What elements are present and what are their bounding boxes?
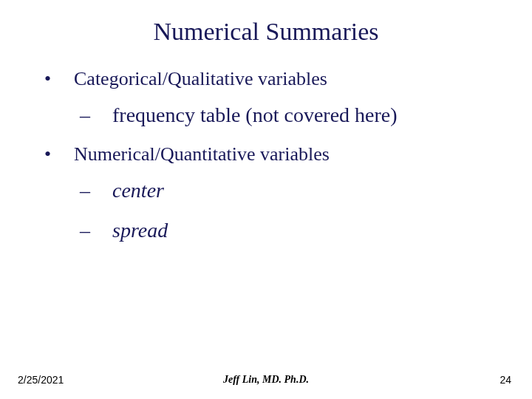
bullet-text: Numerical/Quantitative variables	[74, 143, 330, 166]
sub-text: center	[112, 179, 164, 202]
sub-text: frequency table (not covered here)	[112, 103, 398, 127]
bullet-text: Categorical/Qualitative variables	[74, 68, 327, 90]
dash-icon: –	[80, 179, 112, 202]
slide-content: • Categorical/Qualitative variables – fr…	[0, 46, 532, 242]
sub-item: – frequency table (not covered here)	[44, 103, 532, 127]
sub-text: spread	[112, 219, 168, 242]
sub-item: – spread	[44, 219, 532, 242]
dash-icon: –	[80, 103, 112, 127]
sub-item: – center	[44, 179, 532, 202]
bullet-item: • Numerical/Quantitative variables	[44, 143, 532, 166]
bullet-icon: •	[44, 143, 74, 166]
bullet-item: • Categorical/Qualitative variables	[44, 68, 532, 90]
bullet-icon: •	[44, 68, 74, 90]
footer-author: Jeff Lin, MD. Ph.D.	[223, 374, 309, 386]
footer-date: 2/25/2021	[18, 374, 64, 386]
footer-page-number: 24	[499, 374, 511, 386]
slide-footer: 2/25/2021 Jeff Lin, MD. Ph.D. 24	[0, 374, 532, 386]
dash-icon: –	[80, 219, 112, 242]
slide-title: Numerical Summaries	[0, 0, 532, 46]
